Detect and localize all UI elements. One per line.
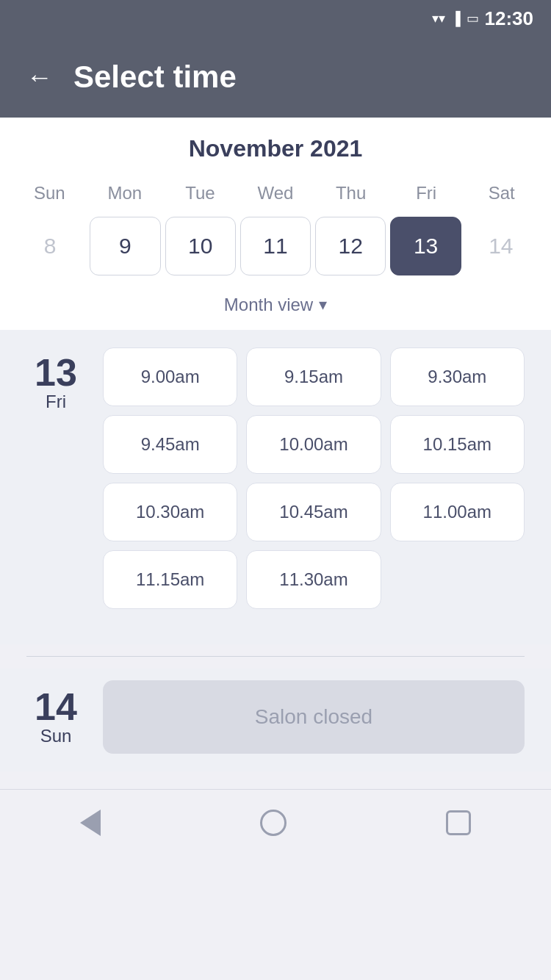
- time-slot-1045am[interactable]: 10.45am: [246, 483, 381, 541]
- header: ← Select time: [0, 37, 551, 118]
- wifi-icon: ▾▾: [432, 10, 445, 26]
- time-slot-1030am[interactable]: 10.30am: [103, 483, 237, 541]
- time-slot-930am[interactable]: 9.30am: [390, 347, 525, 406]
- day-header-sat: Sat: [464, 177, 539, 209]
- cal-day-14: 14: [466, 217, 536, 275]
- day-header-fri: Fri: [389, 177, 464, 209]
- closed-section: 14 Sun Salon closed: [0, 669, 551, 771]
- day-13-name: Fri: [46, 392, 66, 412]
- status-time: 12:30: [485, 7, 534, 30]
- cal-day-12[interactable]: 12: [315, 217, 386, 275]
- salon-closed-box: Salon closed: [103, 680, 525, 754]
- time-slot-1000am[interactable]: 10.00am: [246, 415, 381, 474]
- nav-back-button[interactable]: [80, 810, 101, 836]
- day-header-tue: Tue: [162, 177, 238, 209]
- nav-home-button[interactable]: [260, 810, 287, 836]
- month-year-label: November 2021: [12, 135, 539, 162]
- calendar-section: November 2021 Sun Mon Tue Wed Thu Fri Sa…: [0, 118, 551, 330]
- back-button[interactable]: ←: [26, 64, 53, 90]
- bottom-nav: [0, 789, 551, 855]
- battery-icon: ▭: [467, 10, 479, 26]
- month-view-toggle[interactable]: Month view ▾: [12, 287, 539, 330]
- day-14-name: Sun: [40, 726, 72, 746]
- time-slot-1015am[interactable]: 10.15am: [390, 415, 525, 474]
- calendar-row: 8 9 10 11 12 13 14: [12, 217, 539, 287]
- time-slot-945am[interactable]: 9.45am: [103, 415, 237, 474]
- day-13-row: 13 Fri 9.00am 9.15am 9.30am 9.45am 10.00…: [26, 347, 525, 609]
- page-title: Select time: [73, 60, 237, 95]
- time-slot-915am[interactable]: 9.15am: [246, 347, 381, 406]
- day-14-number: 14: [35, 688, 77, 726]
- time-slot-900am[interactable]: 9.00am: [103, 347, 237, 406]
- day-13-time-grid: 9.00am 9.15am 9.30am 9.45am 10.00am 10.1…: [103, 347, 525, 609]
- day-header-mon: Mon: [87, 177, 163, 209]
- salon-closed-text: Salon closed: [255, 705, 372, 729]
- signal-icon: ▐: [451, 11, 461, 26]
- time-slots-section: 13 Fri 9.00am 9.15am 9.30am 9.45am 10.00…: [0, 330, 551, 644]
- status-icons: ▾▾ ▐ ▭ 12:30: [432, 7, 533, 30]
- day-header-thu: Thu: [313, 177, 389, 209]
- section-divider: [26, 656, 525, 657]
- cal-day-9[interactable]: 9: [90, 217, 160, 275]
- nav-recent-button[interactable]: [446, 810, 471, 835]
- time-slot-1130am[interactable]: 11.30am: [246, 550, 381, 609]
- day-13-number: 13: [35, 353, 77, 392]
- day-13-label: 13 Fri: [26, 347, 85, 412]
- time-slot-1115am[interactable]: 11.15am: [103, 550, 237, 609]
- cal-day-10[interactable]: 10: [165, 217, 236, 275]
- day-header-wed: Wed: [238, 177, 314, 209]
- month-view-label: Month view: [224, 295, 313, 315]
- status-bar: ▾▾ ▐ ▭ 12:30: [0, 0, 551, 37]
- day-14-row: 14 Sun Salon closed: [26, 680, 525, 754]
- chevron-down-icon: ▾: [319, 295, 327, 314]
- cal-day-11[interactable]: 11: [240, 217, 311, 275]
- cal-day-13[interactable]: 13: [390, 217, 461, 275]
- day-14-label: 14 Sun: [26, 688, 85, 746]
- time-slot-1100am[interactable]: 11.00am: [390, 483, 525, 541]
- day-header-sun: Sun: [12, 177, 87, 209]
- day-headers: Sun Mon Tue Wed Thu Fri Sat: [12, 177, 539, 209]
- cal-day-8: 8: [15, 217, 85, 275]
